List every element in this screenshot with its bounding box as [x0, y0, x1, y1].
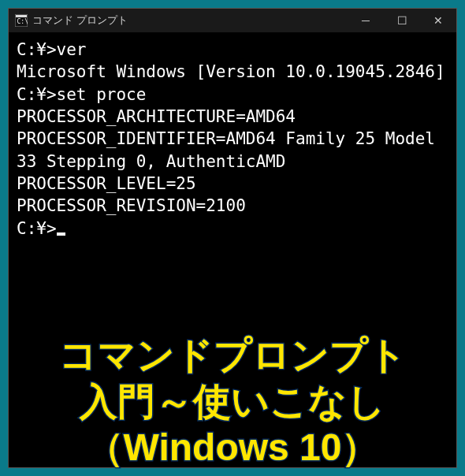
terminal-line: Microsoft Windows [Version 10.0.19045.28… — [17, 61, 448, 83]
maximize-button[interactable]: ☐ — [384, 9, 420, 32]
cmd-icon: C:\ — [15, 14, 28, 27]
svg-rect-1 — [16, 15, 27, 17]
window-title: コマンド プロンプト — [32, 13, 128, 28]
terminal-line: C:¥> — [17, 218, 448, 240]
cmd-window: C:\ コマンド プロンプト ─ ☐ ✕ C:¥>verMicrosoft Wi… — [8, 8, 457, 468]
svg-text:C:\: C:\ — [17, 18, 28, 25]
terminal-line: PROCESSOR_REVISION=2100 — [17, 195, 448, 217]
maximize-icon: ☐ — [397, 14, 407, 27]
minimize-button[interactable]: ─ — [348, 9, 384, 32]
minimize-icon: ─ — [362, 14, 370, 27]
terminal-output[interactable]: C:¥>verMicrosoft Windows [Version 10.0.1… — [9, 32, 456, 467]
terminal-line: PROCESSOR_ARCHITECTURE=AMD64 — [17, 106, 448, 128]
close-icon: ✕ — [433, 14, 443, 27]
titlebar[interactable]: C:\ コマンド プロンプト ─ ☐ ✕ — [9, 9, 456, 32]
terminal-line: C:¥>ver — [17, 39, 448, 61]
terminal-line: PROCESSOR_LEVEL=25 — [17, 173, 448, 195]
cursor-icon — [57, 232, 65, 236]
close-button[interactable]: ✕ — [420, 9, 456, 32]
terminal-line: PROCESSOR_IDENTIFIER=AMD64 Family 25 Mod… — [17, 128, 448, 173]
terminal-line: C:¥>set proce — [17, 84, 448, 106]
